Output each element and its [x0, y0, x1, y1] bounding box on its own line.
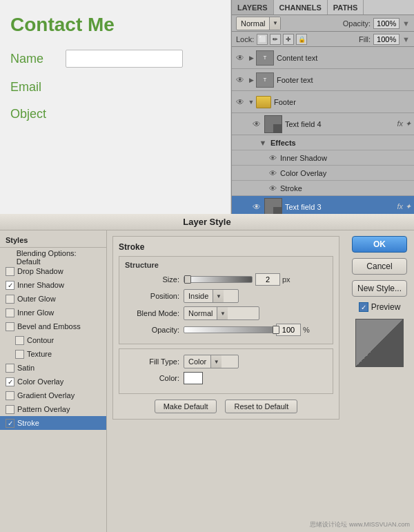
style-inner-shadow[interactable]: ✓ Inner Shadow [0, 278, 106, 292]
opacity-label: Opacity: [343, 19, 371, 28]
position-select[interactable]: Inside ▼ [184, 289, 239, 303]
style-label: Texture [27, 350, 52, 358]
fill-type-value: Color [184, 357, 210, 366]
blend-mode-select[interactable]: Normal ▼ [236, 17, 281, 30]
checkbox-icon[interactable] [15, 350, 24, 359]
checkbox-icon[interactable] [6, 364, 14, 373]
blend-mode-label: Blend Mode: [125, 309, 184, 317]
position-arrow[interactable]: ▼ [213, 290, 224, 302]
lock-pixels-btn[interactable]: ✏ [270, 34, 281, 45]
eye-icon[interactable]: 👁 [251, 201, 262, 213]
folder-icon [256, 96, 271, 108]
eye-icon[interactable]: 👁 [235, 75, 246, 86]
checkbox-icon[interactable] [6, 322, 14, 331]
size-label: Size: [125, 275, 184, 284]
blend-mode-arrow-stroke[interactable]: ▼ [217, 307, 228, 319]
style-label: Satin [17, 364, 34, 372]
cancel-button[interactable]: Cancel [352, 258, 407, 275]
lock-position-btn[interactable]: ✛ [283, 34, 294, 45]
style-inner-glow[interactable]: Inner Glow [0, 306, 106, 319]
style-outer-glow[interactable]: Outer Glow [0, 292, 106, 306]
size-row: Size: px [125, 273, 327, 286]
preview-checkbox[interactable]: ✓ [359, 302, 368, 312]
eye-icon[interactable]: 👁 [251, 119, 262, 130]
style-stroke[interactable]: ✓ Stroke [0, 416, 106, 430]
opacity-slider[interactable] [184, 326, 273, 333]
size-slider[interactable] [184, 276, 253, 283]
effect-inner-shadow: 👁 Inner Shadow [232, 150, 414, 166]
fill-type-section: Fill Type: Color ▼ Color: [119, 348, 333, 394]
fill-type-select[interactable]: Color ▼ [184, 355, 239, 368]
checkbox-icon[interactable] [6, 405, 14, 414]
style-satin[interactable]: Satin [0, 361, 106, 375]
blend-mode-value: Normal [184, 309, 217, 317]
style-pattern-overlay[interactable]: Pattern Overlay [0, 402, 106, 416]
blend-mode-select-stroke[interactable]: Normal ▼ [184, 306, 259, 320]
effect-effects-label: ▼ Effects [232, 135, 414, 150]
size-input[interactable] [255, 273, 280, 286]
blend-mode-arrow[interactable]: ▼ [269, 17, 280, 30]
checkbox-icon[interactable] [6, 295, 14, 304]
fill-type-row: Fill Type: Color ▼ [125, 355, 327, 368]
opacity-row: Opacity: % [125, 324, 327, 336]
layers-panel: LAYERS CHANNELS PATHS Normal ▼ Opacity: … [231, 0, 414, 214]
checkbox-icon[interactable] [6, 308, 14, 317]
effect-expand-arrow: ▼ [258, 139, 268, 147]
style-drop-shadow[interactable]: Drop Shadow [0, 264, 106, 278]
checkbox-icon[interactable] [15, 336, 24, 345]
color-row: Color: [125, 372, 327, 384]
effect-eye-icon[interactable]: 👁 [268, 169, 277, 177]
checkbox-icon[interactable] [6, 267, 14, 276]
layer-textfield4[interactable]: 👁 Text field 4 fx ✦ [232, 113, 414, 135]
web-title: Contact Me [7, 14, 224, 36]
size-unit: px [282, 275, 290, 284]
effect-eye-icon[interactable]: 👁 [268, 154, 277, 162]
fill-type-arrow[interactable]: ▼ [210, 355, 221, 368]
tab-paths[interactable]: PATHS [328, 0, 364, 14]
fx-icon: fx ✦ [397, 202, 411, 211]
eye-icon[interactable]: 👁 [235, 52, 246, 63]
color-swatch[interactable] [184, 372, 203, 384]
layer-name: Footer [274, 98, 411, 106]
layer-content-text[interactable]: 👁 ▶ T Content text [232, 47, 414, 69]
checkbox-icon[interactable] [6, 391, 14, 400]
fill-input[interactable] [373, 34, 400, 45]
tab-layers[interactable]: LAYERS [232, 0, 274, 14]
tab-channels[interactable]: CHANNELS [274, 0, 328, 14]
style-color-overlay[interactable]: ✓ Color Overlay [0, 375, 106, 388]
style-blending-options[interactable]: Blending Options: Default [0, 250, 106, 264]
style-texture[interactable]: Texture [0, 347, 106, 361]
layer-name: Text field 3 [285, 203, 394, 211]
style-gradient-overlay[interactable]: Gradient Overlay [0, 388, 106, 402]
opacity-input[interactable] [373, 18, 400, 29]
name-field-row: Name [7, 50, 224, 68]
new-style-button[interactable]: New Style... [352, 280, 407, 297]
layers-lock-row: Lock: ⬜ ✏ ✛ 🔒 Fill: ▼ [232, 32, 414, 47]
opacity-input[interactable] [276, 324, 301, 336]
lock-label: Lock: [236, 35, 254, 43]
lock-all-btn[interactable]: 🔒 [296, 34, 307, 45]
section-buttons: Make Default Reset to Default [119, 400, 333, 413]
blend-mode-row: Blend Mode: Normal ▼ [125, 306, 327, 320]
expand-arrow: ▶ [248, 55, 255, 61]
fx-icon: fx ✦ [397, 119, 411, 128]
checkbox-icon[interactable]: ✓ [6, 377, 14, 386]
ok-button[interactable]: OK [352, 236, 407, 253]
eye-icon[interactable]: 👁 [235, 97, 246, 108]
effect-eye-icon[interactable]: 👁 [268, 184, 277, 193]
checkbox-icon[interactable]: ✓ [6, 419, 14, 428]
styles-panel-title: Styles [0, 235, 106, 248]
name-input[interactable] [66, 50, 183, 68]
lock-transparency-btn[interactable]: ⬜ [257, 34, 268, 45]
email-label: Email [10, 80, 66, 95]
checkbox-icon[interactable]: ✓ [6, 281, 14, 290]
fill-label: Fill: [359, 35, 371, 43]
layer-footer-text[interactable]: 👁 ▶ T Footer text [232, 69, 414, 91]
position-row: Position: Inside ▼ [125, 289, 327, 303]
layer-footer-folder[interactable]: 👁 ▼ Footer [232, 91, 414, 113]
style-bevel-emboss[interactable]: Bevel and Emboss [0, 319, 106, 333]
preview-checkbox-row: ✓ Preview [359, 302, 401, 312]
reset-to-default-button[interactable]: Reset to Default [225, 400, 297, 413]
make-default-button[interactable]: Make Default [155, 400, 217, 413]
style-contour[interactable]: Contour [0, 333, 106, 347]
